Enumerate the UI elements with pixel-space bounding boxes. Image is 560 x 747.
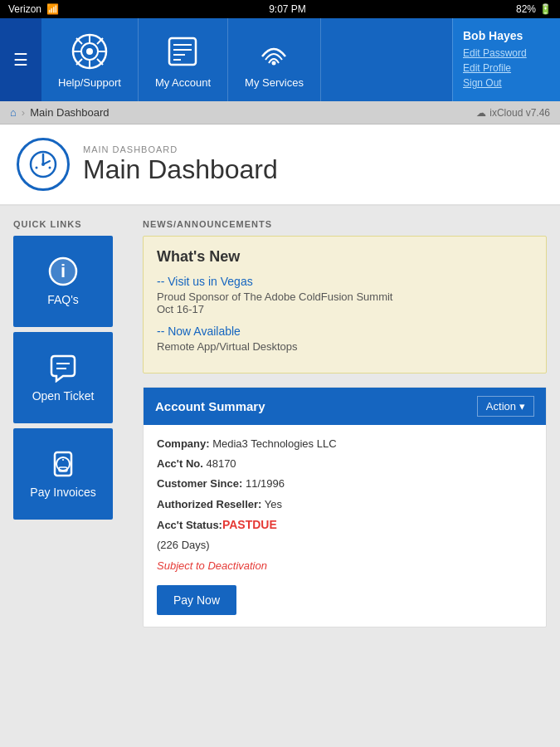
page-main-title: Main Dashboard: [83, 154, 278, 185]
quick-links-title: QUICK LINKS: [13, 219, 129, 229]
authorized-reseller-label: Authorized Reseller:: [157, 498, 261, 510]
svg-text:i: i: [61, 261, 66, 281]
account-summary-card: Account Summary Action ▾ Company: Media3…: [143, 387, 547, 627]
dashboard-icon: [17, 138, 70, 191]
user-menu: Bob Hayes Edit Password Edit Profile Sig…: [452, 18, 560, 101]
warning-field: Subject to Deactivation: [157, 559, 533, 574]
open-ticket-button[interactable]: Open Ticket: [13, 332, 113, 423]
cloud-icon: ☁: [476, 107, 486, 119]
news-section-title: NEWS/ANNOUNCEMENTS: [143, 219, 547, 229]
pay-now-label: Pay Now: [173, 593, 220, 607]
warning-text: Subject to Deactivation: [157, 559, 267, 572]
news-item-1: -- Visit us in Vegas Proud Sponsor of Th…: [157, 274, 533, 315]
svg-point-18: [41, 163, 45, 166]
news-desc-2: Remote App/Virtual Desktops: [157, 340, 533, 353]
svg-point-19: [36, 167, 38, 169]
page-sub-title: MAIN DASHBOARD: [83, 144, 278, 154]
time-display: 9:07 PM: [269, 3, 306, 15]
help-support-icon: [70, 32, 110, 71]
customer-since-value: 11/1996: [246, 477, 285, 490]
page-header-text: MAIN DASHBOARD Main Dashboard: [83, 144, 278, 185]
edit-password-link[interactable]: Edit Password: [463, 47, 527, 59]
news-item-2: -- Now Available Remote App/Virtual Desk…: [157, 324, 533, 353]
pay-invoices-label: Pay Invoices: [30, 486, 95, 499]
breadcrumb-current: Main Dashboard: [30, 106, 109, 119]
quick-links-panel: QUICK LINKS i FAQ's Open Ticket: [13, 219, 129, 729]
carrier-label: Verizon: [8, 3, 41, 15]
my-services-icon: [254, 32, 294, 71]
nav-item-my-account[interactable]: My Account: [139, 18, 228, 101]
my-account-icon: [163, 32, 202, 71]
account-summary-title: Account Summary: [155, 399, 265, 413]
version-label: ixCloud v7.46: [489, 107, 550, 119]
authorized-reseller-field: Authorized Reseller: Yes: [157, 497, 533, 512]
faqs-icon: i: [48, 256, 78, 286]
top-nav: ☰ Help/Support: [0, 18, 560, 101]
wifi-icon: 📶: [46, 3, 59, 15]
svg-point-16: [272, 61, 276, 65]
breadcrumb-bar: ⌂ › Main Dashboard ☁ ixCloud v7.46: [0, 101, 560, 124]
company-field: Company: Media3 Technologies LLC: [157, 437, 533, 452]
acct-status-value: PASTDUE: [222, 518, 277, 531]
faqs-button[interactable]: i FAQ's: [13, 236, 113, 327]
nav-label-my-services: My Services: [245, 76, 304, 89]
nav-label-help-support: Help/Support: [58, 76, 121, 89]
acct-no-value: 48170: [206, 457, 236, 470]
svg-point-20: [49, 167, 51, 169]
acct-status-field: Acc't Status:PASTDUE: [157, 517, 533, 534]
svg-rect-11: [169, 38, 196, 65]
days-field: (226 Days): [157, 538, 533, 553]
customer-since-field: Customer Since: 11/1996: [157, 476, 533, 491]
breadcrumb-separator: ›: [22, 106, 25, 119]
battery-icon: 🔋: [539, 3, 552, 15]
days-value: (226 Days): [157, 539, 210, 551]
page-header: MAIN DASHBOARD Main Dashboard: [0, 124, 560, 206]
pay-invoices-icon: [48, 449, 78, 479]
sign-out-link[interactable]: Sign Out: [463, 77, 502, 89]
company-value: Media3 Technologies LLC: [212, 437, 336, 450]
pay-invoices-button[interactable]: Pay Invoices: [13, 428, 113, 520]
nav-label-my-account: My Account: [155, 76, 211, 89]
authorized-reseller-value: Yes: [265, 498, 282, 510]
acct-no-label: Acc't No.: [157, 457, 203, 470]
main-content: QUICK LINKS i FAQ's Open Ticket: [0, 206, 560, 742]
news-link-1[interactable]: -- Visit us in Vegas: [157, 275, 253, 288]
action-label: Action: [486, 400, 516, 413]
nav-item-my-services[interactable]: My Services: [228, 18, 321, 101]
battery-label: 82%: [516, 3, 536, 15]
account-summary-body: Company: Media3 Technologies LLC Acc't N…: [144, 425, 546, 627]
faqs-label: FAQ's: [47, 293, 79, 306]
home-icon[interactable]: ⌂: [10, 106, 17, 119]
news-box: What's New -- Visit us in Vegas Proud Sp…: [143, 236, 547, 374]
account-summary-header: Account Summary Action ▾: [144, 388, 546, 425]
open-ticket-label: Open Ticket: [32, 389, 95, 403]
pay-now-button[interactable]: Pay Now: [157, 585, 236, 615]
news-desc-1: Proud Sponsor of The Adobe ColdFusion Su…: [157, 290, 533, 315]
edit-profile-link[interactable]: Edit Profile: [463, 62, 511, 74]
open-ticket-icon: [48, 353, 78, 383]
hamburger-icon: ☰: [13, 50, 28, 70]
action-button[interactable]: Action ▾: [477, 396, 534, 417]
customer-since-label: Customer Since:: [157, 477, 242, 490]
company-label: Company:: [157, 437, 210, 450]
acct-no-field: Acc't No. 48170: [157, 456, 533, 471]
hamburger-button[interactable]: ☰: [0, 18, 41, 101]
right-panel: NEWS/ANNOUNCEMENTS What's New -- Visit u…: [143, 219, 547, 729]
nav-item-help-support[interactable]: Help/Support: [41, 18, 139, 101]
news-link-2[interactable]: -- Now Available: [157, 325, 241, 338]
svg-point-10: [86, 48, 93, 55]
user-name: Bob Hayes: [463, 29, 523, 42]
status-bar: Verizon 📶 9:07 PM 82% 🔋: [0, 0, 560, 18]
nav-items: Help/Support My Account: [41, 18, 452, 101]
acct-status-label: Acc't Status:: [157, 519, 222, 531]
action-arrow-icon: ▾: [519, 400, 525, 413]
news-headline: What's New: [157, 248, 533, 266]
